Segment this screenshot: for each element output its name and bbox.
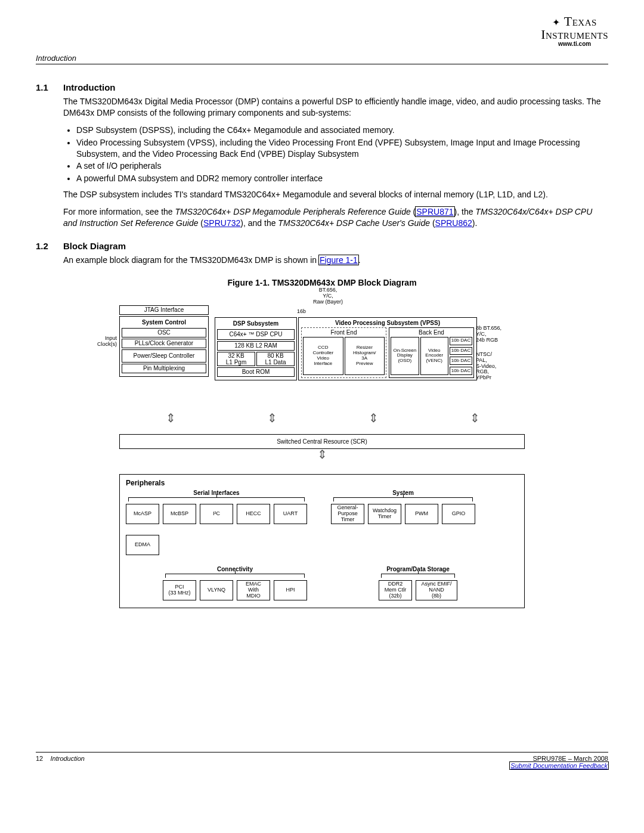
sect-title-1-2: Block Diagram	[63, 241, 126, 251]
box-hecc: HECC	[237, 504, 270, 524]
vpss-backend: Back End On-Screen Display (OSD) Video E…	[389, 327, 474, 378]
box-dac-1: 10b DAC	[450, 337, 472, 345]
s11-p1: The TMS320DM643x Digital Media Processor…	[63, 96, 608, 119]
box-wdtimer: Watchdog Timer	[368, 504, 401, 524]
s11-p3a: For more information, see the	[63, 207, 175, 216]
logo-instruments: Instruments	[541, 27, 608, 42]
box-dac-3: 10b DAC	[450, 357, 472, 365]
s11-p3j: ).	[472, 218, 478, 228]
link-spru732[interactable]: SPRU732	[203, 218, 240, 228]
s11-p3d: ), the	[454, 207, 476, 216]
footer-docid: SPRU978E – March 2008	[510, 755, 608, 762]
brace-icon	[333, 497, 473, 501]
box-dac-4: 10b DAC	[450, 367, 472, 375]
dsp-subsystem-column: DSP Subsystem C64x+ ™ DSP CPU 128 KB L2 …	[215, 317, 297, 380]
box-dac-2: 10b DAC	[450, 347, 472, 355]
box-osc: OSC	[122, 328, 206, 337]
box-ccd: CCD Controller Video Interface	[303, 337, 343, 375]
sect-title-1-1: Introduction	[63, 82, 115, 92]
box-resizer: Resizer Histogram/ 3A Preview	[345, 337, 385, 375]
link-fig-1-1[interactable]: Figure 1-1	[319, 255, 358, 265]
header-rule	[36, 64, 608, 64]
box-mcbsp: McBSP	[163, 504, 196, 524]
box-gpio: GPIO	[442, 504, 475, 524]
box-c64x: C64x+ ™ DSP CPU	[217, 329, 295, 340]
figure-caption: Figure 1-1. TMS320DM643x DMP Block Diagr…	[36, 278, 608, 287]
box-edma: EDMA	[126, 535, 159, 555]
running-header: Introduction	[36, 54, 608, 63]
box-hpi: HPI	[274, 580, 307, 600]
box-syscontrol-head: System Control	[122, 318, 206, 327]
box-gptimer: General- Purpose Timer	[331, 504, 364, 524]
box-vlynq: VLYNQ	[200, 580, 233, 600]
box-venc: Video Encoder (VENC)	[420, 337, 449, 375]
s11-p3h: TMS320C64x+ DSP Cache User's Guide	[278, 218, 430, 228]
box-emac: EMAC With MDIO	[237, 580, 270, 600]
link-spru862[interactable]: SPRU862	[435, 218, 472, 228]
box-vpss-head: Video Processing Subsystem (VPSS)	[301, 320, 474, 326]
arrows-top	[119, 413, 525, 426]
box-uart: UART	[274, 504, 307, 524]
label-right-digital: 8b BT.656, Y/C, 24b RGB	[476, 326, 530, 343]
box-pci: PCI (33 MHz)	[163, 580, 196, 600]
section-1-1: 1.1 Introduction The TMS320DM643x Digita…	[36, 82, 608, 229]
box-l1data: 80 KB L1 Data	[256, 352, 295, 366]
sect-num-1-1: 1.1	[36, 82, 63, 92]
footer-title: Introduction	[50, 755, 84, 762]
ti-logo: ✦ Texas Instruments www.ti.com	[541, 15, 608, 47]
box-i2c: I²C	[200, 504, 233, 524]
label-backend: Back End	[391, 329, 472, 336]
box-osd: On-Screen Display (OSD)	[391, 337, 419, 375]
updown-arrow-icon	[166, 413, 174, 426]
peripherals-block: Peripherals Serial Interfaces McASP McBS…	[119, 474, 525, 608]
s11-p2: The DSP subsystem includes TI's standard…	[63, 189, 608, 200]
box-ddr2: DDR2 Mem Ctlr (32b)	[379, 580, 412, 600]
s11-p3b: TMS320C64x+ DSP Megamodule Peripherals R…	[175, 207, 411, 216]
box-l2ram: 128 KB L2 RAM	[217, 341, 295, 351]
label-input-clock: Input Clock(s)	[82, 336, 117, 348]
box-scr: Switched Central Resource (SCR)	[119, 434, 525, 449]
brace-icon	[128, 497, 305, 501]
block-diagram: BT.656, Y/C, Raw (Bayer) 16b Input Clock…	[89, 291, 555, 608]
label-peripherals: Peripherals	[126, 479, 518, 487]
s11-b3: A set of I/O peripherals	[76, 160, 608, 172]
brace-icon	[381, 574, 455, 578]
s11-bullets: DSP Subsystem (DSPSS), including the C64…	[63, 125, 608, 184]
footer-pagenum: 12	[36, 755, 43, 762]
label-right-analog: NTSC/ PAL, S-Video, RGB, YPbPr	[476, 352, 530, 381]
s11-b1: DSP Subsystem (DSPSS), including the C64…	[76, 125, 608, 136]
updown-arrow-icon	[470, 413, 478, 426]
s11-p3: For more information, see the TMS320C64x…	[63, 206, 608, 229]
s12-p1b: .	[358, 255, 361, 265]
box-jtag: JTAG Interface	[119, 305, 209, 315]
s12-p1: An example block diagram for the TMS320D…	[63, 255, 608, 266]
updown-arrow-icon	[369, 413, 377, 426]
s11-b4: A powerful DMA subsystem and DDR2 memory…	[76, 173, 608, 184]
updown-arrow-icon: ⇕	[89, 448, 555, 461]
link-spru871[interactable]: SPRU871	[416, 207, 454, 216]
box-bootrom: Boot ROM	[217, 367, 295, 377]
box-pinmux: Pin Multiplexing	[122, 364, 206, 373]
box-l1pgm: 32 KB L1 Pgm	[217, 352, 255, 366]
s12-p1a: An example block diagram for the TMS320D…	[63, 255, 319, 265]
vpss-column: Video Processing Subsystem (VPSS) Front …	[298, 317, 477, 380]
link-feedback[interactable]: Submit Documentation Feedback	[510, 762, 608, 769]
box-pwrsleep: Power/Sleep Controller	[122, 349, 206, 363]
updown-arrow-icon	[267, 413, 275, 426]
s11-p3g: ), and the	[240, 218, 278, 228]
system-control-column: JTAG Interface System Control OSC PLLs/C…	[119, 305, 209, 377]
box-pwm: PWM	[405, 504, 438, 524]
logo-url: www.ti.com	[541, 41, 608, 47]
s11-b2: Video Processing Subsystem (VPSS), inclu…	[76, 137, 608, 160]
box-mcasp: McASP	[126, 504, 159, 524]
section-1-2: 1.2 Block Diagram An example block diagr…	[36, 241, 608, 266]
box-aemif: Async EMIF/ NAND (8b)	[416, 580, 457, 600]
sect-num-1-2: 1.2	[36, 241, 63, 251]
page-footer: 12 Introduction SPRU978E – March 2008 Su…	[36, 752, 608, 769]
brace-icon	[165, 574, 305, 578]
box-plls: PLLs/Clock Generator	[122, 339, 206, 348]
box-dsp-head: DSP Subsystem	[217, 320, 295, 328]
vpss-frontend: Front End CCD Controller Video Interface…	[301, 327, 386, 378]
label-frontend: Front End	[303, 329, 385, 336]
